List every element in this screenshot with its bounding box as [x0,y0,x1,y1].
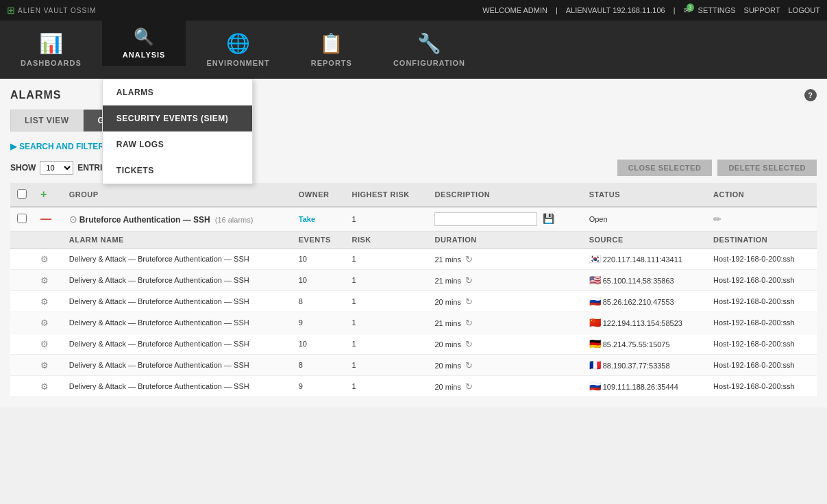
mail-badge[interactable]: ✉ 3 [684,6,690,15]
sub-th-source: SOURCE [582,231,706,249]
sub-th-alarm-name: ALARM NAME [62,231,292,249]
group-name-cell: ⊙ Bruteforce Authentication — SSH (16 al… [62,207,292,231]
alarm-source-cell: 🇷🇺 109.111.188.26:35444 [582,376,706,397]
alarm-name-cell: Delivery & Attack — Bruteforce Authentic… [62,355,292,376]
alarms-table: + GROUP OWNER HIGHEST RISK DESCRIPTION S… [10,183,817,397]
nav-configuration[interactable]: 🔧 CONFIGURATION [373,21,486,79]
refresh-icon[interactable]: ↻ [465,318,473,328]
sub-header-row: ALARM NAME EVENTS RISK DURATION SOURCE D… [10,231,817,249]
th-owner: OWNER [292,183,345,207]
delete-selected-button[interactable]: DELETE SELECTED [717,160,817,176]
group-checkbox-cell [10,207,34,231]
alarm-destination-cell: Host-192-168-0-200:ssh [706,249,817,270]
refresh-icon[interactable]: ↻ [465,339,473,349]
group-owner-cell: Take [292,207,345,231]
alarm-risk-cell: 1 [345,312,428,333]
group-action-cell: ✏ [706,207,817,231]
tab-list-view[interactable]: LIST VIEW [10,110,84,131]
alarm-gear-icon[interactable]: ⚙ [40,381,49,392]
refresh-icon[interactable]: ↻ [465,360,473,370]
entries-select[interactable]: 10 25 50 100 [40,161,73,175]
collapse-icon[interactable]: — [40,213,51,225]
nav-reports-label: REPORTS [311,59,352,67]
dropdown-alarms[interactable]: ALARMS [103,79,252,105]
refresh-icon[interactable]: ↻ [465,381,473,392]
nav-analysis[interactable]: 🔍 ANALYSIS [102,21,186,66]
flag-icon: 🇩🇪 [589,338,601,349]
alarm-risk-cell: 1 [345,376,428,397]
logout-link[interactable]: LOGOUT [789,6,820,14]
group-description-cell: 💾 [428,207,582,231]
table-row: ⚙ Delivery & Attack — Bruteforce Authent… [10,333,817,355]
source-ip: 65.100.114.58:35863 [603,277,674,285]
alarm-risk-cell: 1 [345,270,428,291]
alarm-empty1 [10,333,34,355]
take-ownership-link[interactable]: Take [299,215,315,223]
dropdown-tickets[interactable]: TICKETS [103,158,252,184]
dropdown-security-events[interactable]: SECURITY EVENTS (SIEM) [103,105,252,131]
alarm-destination-cell: Host-192-168-0-200:ssh [706,270,817,291]
support-link[interactable]: SUPPORT [744,6,780,14]
settings-link[interactable]: SETTINGS [698,6,736,14]
group-description-input[interactable] [434,212,537,226]
alarm-gear-icon[interactable]: ⚙ [40,360,49,370]
group-checkbox[interactable] [17,214,27,223]
th-plus: + [34,183,62,207]
controls-right: CLOSE SELECTED DELETE SELECTED [617,160,817,176]
nav-dashboards[interactable]: 📊 DASHBOARDS [0,21,102,79]
alarm-gear-cell: ⚙ [34,270,62,291]
group-risk-cell: 1 [345,207,428,231]
alarm-events-cell: 9 [292,376,345,397]
alarm-empty1 [10,312,34,333]
help-icon[interactable]: ? [804,89,817,101]
refresh-icon[interactable]: ↻ [465,254,473,264]
alarm-name-cell: Delivery & Attack — Bruteforce Authentic… [62,270,292,291]
group-collapse-cell: — [34,207,62,231]
refresh-icon[interactable]: ↻ [465,297,473,307]
environment-icon: 🌐 [226,32,250,55]
alarm-gear-cell: ⚙ [34,249,62,270]
alarm-risk-cell: 1 [345,291,428,312]
table-row: ⚙ Delivery & Attack — Bruteforce Authent… [10,355,817,376]
alarm-gear-icon[interactable]: ⚙ [40,297,49,307]
alarm-duration-cell: 20 mins ↻ [428,333,582,355]
source-ip: 220.117.148.111:43411 [603,255,682,264]
dropdown-raw-logs[interactable]: RAW LOGS [103,131,252,158]
alarm-events-cell: 9 [292,312,345,333]
group-edit-icon[interactable]: ✏ [713,214,721,225]
add-group-icon[interactable]: + [40,188,47,200]
alarm-empty1 [10,355,34,376]
nav-analysis-label: ANALYSIS [123,51,166,59]
alarm-gear-icon[interactable]: ⚙ [40,318,49,328]
alarm-destination-cell: Host-192-168-0-200:ssh [706,333,817,355]
configuration-icon: 🔧 [417,32,441,55]
refresh-icon[interactable]: ↻ [465,275,473,286]
nav-dashboards-label: DASHBOARDS [21,59,82,67]
alarm-gear-icon[interactable]: ⚙ [40,275,49,286]
alarm-gear-icon[interactable]: ⚙ [40,254,49,264]
alarm-empty1 [10,270,34,291]
alarm-gear-icon[interactable]: ⚙ [40,339,49,349]
top-bar-left: ⊞ ALIEN VAULT OSSIM [7,5,96,16]
welcome-text: WELCOME ADMIN [482,6,547,14]
alarm-count: (16 alarms) [215,216,254,224]
flag-icon: 🇰🇷 [589,253,601,264]
logo-icon: ⊞ [7,5,15,16]
alarm-gear-cell: ⚙ [34,355,62,376]
alarm-duration-cell: 20 mins ↻ [428,376,582,397]
group-status-cell: Open [582,207,706,231]
nav-reports[interactable]: 📋 REPORTS [291,21,373,79]
table-row: ⚙ Delivery & Attack — Bruteforce Authent… [10,312,817,333]
alarm-duration-cell: 21 mins ↻ [428,312,582,333]
alienvault-label: ALIENVAULT 192.168.11.106 [566,6,665,14]
alarm-duration-cell: 20 mins ↻ [428,355,582,376]
nav-environment[interactable]: 🌐 ENVIRONMENT [186,21,290,79]
save-description-icon[interactable]: 💾 [543,213,554,224]
alarm-source-cell: 🇫🇷 88.190.37.77:53358 [582,355,706,376]
th-group: GROUP [62,183,292,207]
alarm-events-cell: 8 [292,291,345,312]
select-all-checkbox[interactable] [17,189,27,199]
alarm-gear-cell: ⚙ [34,291,62,312]
alarm-risk-cell: 1 [345,333,428,355]
close-selected-button[interactable]: CLOSE SELECTED [617,160,713,176]
